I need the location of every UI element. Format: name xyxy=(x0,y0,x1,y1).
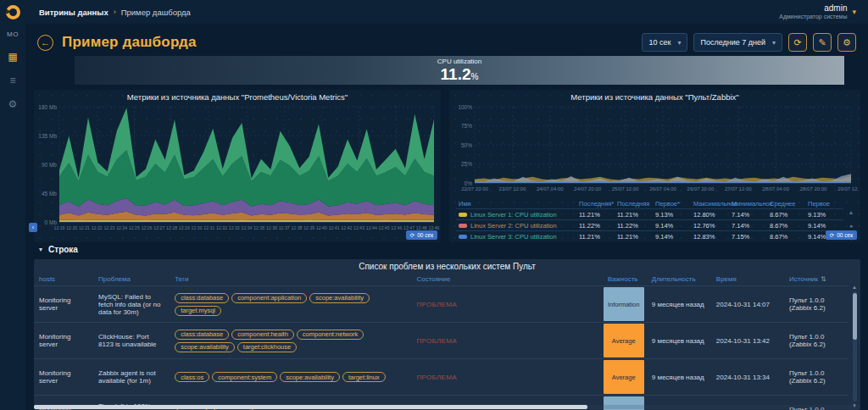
svg-text:50%: 50% xyxy=(461,142,472,148)
problem-row[interactable]: Monitoring serverZabbix agent is not ava… xyxy=(34,359,849,396)
legend-stat-value: 7.14% xyxy=(729,209,767,220)
time-range-select[interactable]: Последние 7 дней ▾ xyxy=(693,33,782,52)
legend-stat-value: 11.21% xyxy=(615,231,653,242)
problem-severity: Average xyxy=(603,323,647,359)
legend-row[interactable]: Linux Server 2: CPU utilization11.22%11.… xyxy=(456,220,843,231)
app-logo[interactable] xyxy=(0,0,25,24)
svg-text:12:42: 12:42 xyxy=(341,225,352,230)
svg-text:135 Mb: 135 Mb xyxy=(38,133,57,139)
svg-text:12:21: 12:21 xyxy=(79,225,90,230)
legend-column-header[interactable]: Имя xyxy=(456,199,576,209)
breadcrumb-root[interactable]: Витрины данных xyxy=(39,8,108,17)
sidebar-item-reports[interactable]: ≡ xyxy=(9,75,15,86)
legend-stat-value: 12.83% xyxy=(691,231,729,242)
svg-text:23/07 12:00: 23/07 12:00 xyxy=(499,186,526,191)
svg-text:12:30: 12:30 xyxy=(192,225,203,230)
scroll-up-icon[interactable]: ▲ xyxy=(852,285,857,290)
svg-text:12:40: 12:40 xyxy=(316,225,327,230)
sort-icon[interactable]: ⇅ xyxy=(821,275,826,283)
problem-row[interactable]: Monitoring serverClickHouse: Port 8123 i… xyxy=(34,323,849,359)
row-section-toggle[interactable]: ▾ Строка xyxy=(39,245,78,254)
legend-stats: ИмяПоследняя*ПоследняяПервое*Максимально… xyxy=(456,199,843,241)
svg-text:12:43: 12:43 xyxy=(353,225,364,230)
tag-pill[interactable]: component:health xyxy=(231,330,294,340)
svg-text:24/07 20:00: 24/07 20:00 xyxy=(574,186,601,191)
tag-pill[interactable]: component:application xyxy=(231,293,307,303)
svg-text:26/07 04:00: 26/07 04:00 xyxy=(649,186,676,191)
problem-row[interactable]: Monitoring serverMySQL: Failed to fetch … xyxy=(34,286,849,323)
tag-pill[interactable]: scope:availability xyxy=(175,342,235,352)
chevron-down-icon: ▾ xyxy=(677,39,681,47)
legend-column-header[interactable]: Первое xyxy=(805,199,843,209)
scroll-thumb-icon[interactable]: ● xyxy=(849,223,853,229)
svg-text:45 Mb: 45 Mb xyxy=(42,191,57,197)
svg-text:22/07 20:00: 22/07 20:00 xyxy=(461,186,488,191)
problems-column-header[interactable]: hosts xyxy=(34,273,93,286)
svg-text:12:41: 12:41 xyxy=(329,225,340,230)
refresh-button[interactable]: ⟳ xyxy=(788,33,807,52)
scrollbar-thumb[interactable] xyxy=(853,293,857,340)
legend-column-header[interactable]: Среднее xyxy=(767,199,805,209)
svg-text:100%: 100% xyxy=(458,104,472,110)
problems-column-header[interactable]: Проблема xyxy=(93,273,170,286)
svg-text:28/07 20:00: 28/07 20:00 xyxy=(800,186,827,191)
zabbix-chart-canvas[interactable]: 100%75%50%25%0%22/07 20:0023/07 12:0024/… xyxy=(449,103,860,198)
tag-pill[interactable]: target:clickhouse xyxy=(237,342,297,352)
problems-column-header[interactable]: Теги xyxy=(170,273,411,286)
cpu-utilization-kpi: CPU utilization 11.2% xyxy=(75,56,844,85)
breadcrumb: Витрины данных › Пример дашборда xyxy=(39,8,191,17)
page-header: ← Пример дашборда 10 сек ▾ Последние 7 д… xyxy=(37,30,856,54)
tag-pill[interactable]: target:mysql xyxy=(175,306,221,316)
series-color-swatch xyxy=(459,235,467,239)
problem-text: MySQL: Failed to fetch info data (or no … xyxy=(93,286,170,323)
range-handle[interactable]: ‹ xyxy=(29,223,37,232)
legend-row[interactable]: Linux Server 3: CPU utilization11.21%11.… xyxy=(456,231,843,242)
legend-stat-value: 8.67% xyxy=(767,231,805,242)
legend-row[interactable]: Linux Server 1: CPU utilization11.21%11.… xyxy=(456,209,843,220)
problems-title: Список проблем из нескольких систем Пуль… xyxy=(34,259,860,273)
problem-state: ПРОБЛЕМА xyxy=(411,286,602,323)
series-color-swatch xyxy=(459,224,467,228)
legend-column-header[interactable]: Минимальное xyxy=(729,199,767,209)
tag-pill[interactable]: class:database xyxy=(175,330,229,340)
edit-dashboard-button[interactable]: ✎ xyxy=(813,33,832,52)
problem-host: Monitoring server xyxy=(34,359,93,396)
tag-pill[interactable]: class:database xyxy=(175,293,229,303)
legend-column-header[interactable]: Первое* xyxy=(653,199,691,209)
prometheus-chart-canvas[interactable]: 180 Mb135 Mb90 Mb45 Mb0 Mb12:1912:2012:2… xyxy=(34,103,441,244)
user-menu[interactable]: admin Администратор системы ▾ xyxy=(779,3,856,20)
refresh-countdown-badge[interactable]: ⟳00 сек xyxy=(406,230,437,240)
tag-pill[interactable]: target:linux xyxy=(342,372,386,382)
sidebar-item-dashboards[interactable]: ▦ xyxy=(8,52,17,62)
refresh-interval-select[interactable]: 10 сек ▾ xyxy=(642,33,687,52)
refresh-countdown-badge[interactable]: ⟳00 сек xyxy=(826,230,857,240)
legend-stat-value: 12.80% xyxy=(691,209,729,220)
problems-column-header[interactable]: Время xyxy=(711,273,784,286)
chart-title: Метрики из источника данных "Пульт/Zabbi… xyxy=(449,90,860,103)
back-button[interactable]: ← xyxy=(37,35,53,51)
dashboard-settings-button[interactable]: ⚙ xyxy=(837,33,856,52)
tag-pill[interactable]: component:network xyxy=(297,330,364,340)
legend-column-header[interactable]: Последняя* xyxy=(576,199,615,209)
problem-time: 2024-10-31 13:42 xyxy=(711,323,784,359)
tag-pill[interactable]: scope:availability xyxy=(280,372,340,382)
horizontal-scrollbar[interactable] xyxy=(34,405,587,409)
problems-column-header[interactable]: Важность xyxy=(603,273,647,286)
tag-pill[interactable]: component:system xyxy=(212,372,277,382)
legend-column-header[interactable]: Максимальное xyxy=(691,199,729,209)
problems-column-header[interactable]: Длительность xyxy=(647,273,711,286)
problems-column-header[interactable]: Источник⇅ xyxy=(784,273,849,286)
svg-text:90 Mb: 90 Mb xyxy=(42,162,57,168)
legend-stat-value: 8.67% xyxy=(767,209,805,220)
problem-source: Пульт 1.0.0 (Zabbix 6.2) xyxy=(784,359,849,396)
svg-text:12:26: 12:26 xyxy=(142,225,153,230)
tag-pill[interactable]: scope:availability xyxy=(309,293,370,303)
breadcrumb-current: Пример дашборда xyxy=(121,8,191,17)
scroll-up-icon[interactable]: ▲ xyxy=(849,209,854,215)
vertical-scrollbar[interactable]: ▲ ▼ xyxy=(853,291,857,402)
tag-pill[interactable]: class:os xyxy=(175,372,209,382)
sidebar-item-settings[interactable]: ⚙ xyxy=(8,99,18,109)
problems-column-header[interactable]: Состояние xyxy=(411,273,602,286)
chart-title: Метрики из источника данных "Prometheus/… xyxy=(34,90,441,103)
legend-column-header[interactable]: Последняя xyxy=(615,199,653,209)
